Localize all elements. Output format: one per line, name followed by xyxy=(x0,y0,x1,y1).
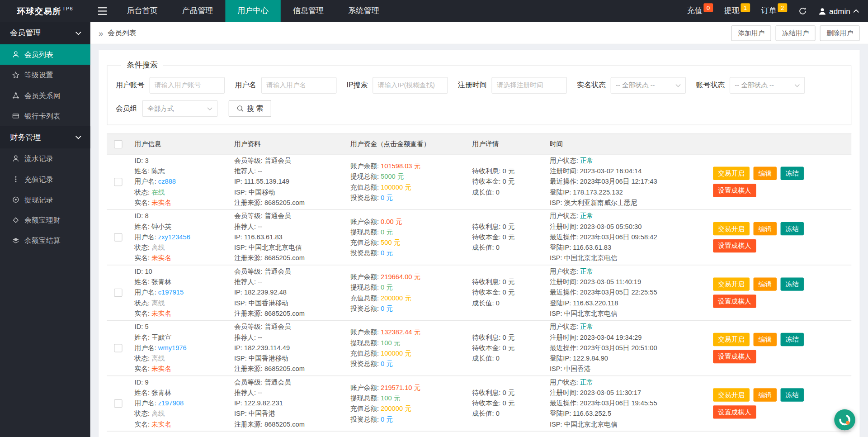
field-pending_interest: 待收利息: 0 元 xyxy=(472,332,538,343)
admin-menu[interactable]: admin xyxy=(818,7,859,16)
row-checkbox[interactable] xyxy=(114,289,122,297)
actions-cell: 交易开启编辑冻结设置成棋人 xyxy=(708,265,851,320)
sidebar-item-recharge-records[interactable]: 充值记录 xyxy=(0,169,90,189)
member-group-select[interactable]: 全部方式 xyxy=(142,100,218,117)
menu-toggle-button[interactable] xyxy=(90,0,115,22)
regtime-field-group: 注册时间 请选择注册时间 xyxy=(458,77,567,94)
sidebar-item-bank-cards[interactable]: 银行卡列表 xyxy=(0,106,90,126)
field-real: 实名: 未实名 xyxy=(135,364,223,374)
edit-button[interactable]: 编辑 xyxy=(754,388,777,401)
field-invest_total: 投资总额: 0 元 xyxy=(350,303,461,314)
row-checkbox[interactable] xyxy=(114,344,122,352)
target-icon xyxy=(12,196,19,203)
freeze-button[interactable]: 冻结 xyxy=(781,222,804,235)
trade-open-button[interactable]: 交易开启 xyxy=(713,222,750,235)
sidebar-item-member-network[interactable]: 会员关系网 xyxy=(0,86,90,106)
user-profile-cell: 会员等级: 普通会员推荐人: --IP: 122.9.82.231ISP: 中国… xyxy=(229,376,345,431)
freeze-button[interactable]: 冻结 xyxy=(781,167,804,180)
freeze-button[interactable]: 冻结 xyxy=(781,388,804,401)
set-agent-button[interactable]: 设置成棋人 xyxy=(713,294,756,308)
field-login_ip: 登陆IP: 178.173.225.132 xyxy=(550,187,702,198)
sidebar-item-flow-records[interactable]: 流水记录 xyxy=(0,148,90,169)
user-funds-cell: 账户余额: 219571.10 元提现总额: 100 元充值总额: 200000… xyxy=(345,376,467,431)
header-user-detail: 用户详情 xyxy=(467,139,544,149)
freeze-button[interactable]: 冻结 xyxy=(781,333,804,346)
ip-input[interactable]: 请输入IP(模糊查找) xyxy=(373,77,448,94)
user-profile-cell: 会员等级: 普通会员推荐人: --IP: 116.63.61.83ISP: 中国… xyxy=(229,210,345,265)
edit-button[interactable]: 编辑 xyxy=(754,222,777,235)
field-login_ip: 登陆IP: 116.63.252.5 xyxy=(550,409,702,419)
set-agent-button[interactable]: 设置成棋人 xyxy=(713,239,756,252)
trade-open-button[interactable]: 交易开启 xyxy=(713,277,750,290)
field-balance: 账户余额: 101598.03 元 xyxy=(350,161,461,171)
field-referrer: 推荐人: -- xyxy=(234,277,340,287)
logo-text: 环球交易所 xyxy=(17,6,61,16)
sidebar-section-member[interactable]: 会员管理 xyxy=(0,22,90,44)
sidebar-item-yuebao-settle[interactable]: 余额宝结算 xyxy=(0,230,90,251)
nav-item-dashboard[interactable]: 后台首页 xyxy=(114,0,170,22)
user-detail-cell: 待收利息: 0 元待收本金: 0 元成长值: 0 xyxy=(467,265,544,320)
sidebar-item-withdraw-records[interactable]: 提现记录 xyxy=(0,190,90,210)
edit-button[interactable]: 编辑 xyxy=(754,277,777,290)
time-cell: 用户状态: 正常注册时间: 2023-03-05 05:50:30最近操作: 2… xyxy=(544,210,708,265)
freeze-button[interactable]: 冻结 xyxy=(781,277,804,290)
table-row: ID: 10姓名: 张青林用户名: c197915状态: 离线实名: 未实名会员… xyxy=(107,265,851,320)
hamburger-icon xyxy=(98,7,107,15)
field-invest_total: 投资总额: 0 元 xyxy=(350,248,461,258)
field-growth: 成长值: 0 xyxy=(472,353,538,364)
nav-item-user-center[interactable]: 用户中心 xyxy=(225,0,280,22)
nav-item-system[interactable]: 系统管理 xyxy=(336,0,391,22)
field-name: 姓名: 陈志 xyxy=(135,166,223,176)
field-name: 姓名: 钟小英 xyxy=(135,222,223,232)
field-id: ID: 3 xyxy=(135,156,223,166)
user-detail-cell: 待收利息: 0 元待收本金: 0 元成长值: 0 xyxy=(467,210,544,265)
time-cell: 用户状态: 正常注册时间: 2023-03-02 16:04:14最近操作: 2… xyxy=(544,155,708,209)
user-detail-cell: 待收利息: 0 元待收本金: 0 元成长值: 0 xyxy=(467,376,544,431)
row-checkbox[interactable] xyxy=(114,178,122,186)
recharge-stat[interactable]: 充值0 xyxy=(687,6,713,16)
nav-item-info[interactable]: 信息管理 xyxy=(281,0,336,22)
set-agent-button[interactable]: 设置成棋人 xyxy=(713,184,756,197)
orders-stat[interactable]: 订单2 xyxy=(761,6,788,16)
row-checkbox[interactable] xyxy=(114,233,122,241)
sidebar-section-finance[interactable]: 财务管理 xyxy=(0,126,90,148)
member-table: 用户信息 用户资料 用户资金（点击金额查看） 用户详情 时间 ID: 3姓名: … xyxy=(107,133,851,437)
username-input[interactable]: 请输入用户名 xyxy=(261,77,337,94)
field-name: 姓名: 王默宣 xyxy=(135,332,223,343)
trade-open-button[interactable]: 交易开启 xyxy=(713,333,750,346)
field-isp: ISP: 中国香港 xyxy=(550,364,702,374)
admin-name: admin xyxy=(829,7,850,16)
realname-status-select[interactable]: -- 全部状态 -- xyxy=(611,77,686,94)
set-agent-button[interactable]: 设置成棋人 xyxy=(713,405,756,418)
user-profile-cell: 会员等级: 普通会员推荐人: --IP: 111.55.139.149ISP: … xyxy=(229,155,345,209)
field-username: 用户名: wmy1976 xyxy=(135,343,223,353)
field-recharge_total: 充值总额: 200000 元 xyxy=(350,404,461,414)
nav-item-products[interactable]: 产品管理 xyxy=(170,0,225,22)
set-agent-button[interactable]: 设置成棋人 xyxy=(713,350,756,363)
sidebar-item-level-settings[interactable]: 等级设置 xyxy=(0,65,90,85)
sidebar-item-yuebao-invest[interactable]: 余额宝理财 xyxy=(0,210,90,230)
trade-open-button[interactable]: 交易开启 xyxy=(713,167,750,180)
field-growth: 成长值: 0 xyxy=(472,242,538,253)
add-user-button[interactable]: 添加用户 xyxy=(731,25,771,41)
row-checkbox[interactable] xyxy=(114,399,122,408)
field-withdraw_total: 提现总额: 100 元 xyxy=(350,393,461,404)
regtime-input[interactable]: 请选择注册时间 xyxy=(492,77,567,94)
field-isp: ISP: 中国香港移动 xyxy=(234,353,340,364)
freeze-user-button[interactable]: 冻结用户 xyxy=(776,25,816,41)
customer-service-button[interactable] xyxy=(834,409,855,431)
field-status: 状态: 在线 xyxy=(135,187,223,198)
delete-user-button[interactable]: 删除用户 xyxy=(820,25,859,41)
search-button[interactable]: 搜 索 xyxy=(229,100,271,117)
select-all-checkbox[interactable] xyxy=(114,140,122,148)
field-referrer: 推荐人: -- xyxy=(234,388,340,398)
field-id: ID: 9 xyxy=(135,377,223,388)
edit-button[interactable]: 编辑 xyxy=(754,167,777,180)
edit-button[interactable]: 编辑 xyxy=(754,333,777,346)
account-input[interactable]: 请输入用户账号 xyxy=(150,77,225,94)
refresh-button[interactable] xyxy=(798,7,807,16)
trade-open-button[interactable]: 交易开启 xyxy=(713,388,750,401)
sidebar-item-member-list[interactable]: 会员列表 xyxy=(0,44,90,65)
withdraw-stat[interactable]: 提现1 xyxy=(724,6,750,16)
account-status-select[interactable]: -- 全部状态 -- xyxy=(730,77,805,94)
